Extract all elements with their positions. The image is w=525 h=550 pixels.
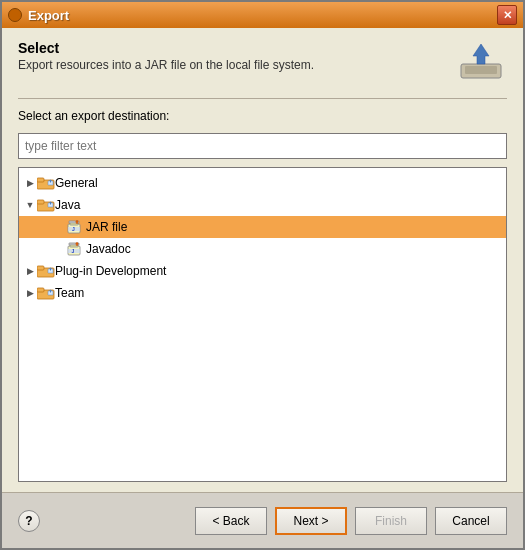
finish-button[interactable]: Finish [355,507,427,535]
title-bar: Export ✕ [2,2,523,28]
tree-item-plugin[interactable]: ▶ Plug-in Development [19,260,506,282]
page-description: Export resources into a JAR file on the … [18,58,314,72]
javadoc-icon: J [65,241,83,257]
help-button[interactable]: ? [18,510,40,532]
main-content: Select Export resources into a JAR file … [2,28,523,492]
tree-item-team[interactable]: ▶ Team [19,282,506,304]
svg-rect-24 [37,266,44,270]
tree-label-jar-file: JAR file [86,220,127,234]
folder-icon-team [37,286,55,300]
expand-team[interactable]: ▶ [23,286,37,300]
tree-label-team: Team [55,286,84,300]
tree-label-java: Java [55,198,80,212]
close-button[interactable]: ✕ [497,5,517,25]
tree-item-javadoc[interactable]: ▶ J Javadoc [19,238,506,260]
folder-icon-java [37,198,55,212]
jar-icon: J [65,219,83,235]
svg-rect-1 [465,66,497,74]
tree-label-javadoc: Javadoc [86,242,131,256]
tree-container[interactable]: ▶ General ▼ Java [18,167,507,482]
filter-input[interactable] [18,133,507,159]
expand-plugin[interactable]: ▶ [23,264,37,278]
tree-item-java[interactable]: ▼ Java [19,194,506,216]
tree-item-jar-file[interactable]: ▶ J JAR file [19,216,506,238]
expand-general[interactable]: ▶ [23,176,37,190]
next-button[interactable]: Next > [275,507,347,535]
svg-rect-28 [37,288,44,292]
svg-marker-2 [473,44,489,64]
tree-item-general[interactable]: ▶ General [19,172,506,194]
folder-icon-plugin [37,264,55,278]
export-icon [455,40,507,84]
cancel-button[interactable]: Cancel [435,507,507,535]
footer: ? < Back Next > Finish Cancel [2,492,523,548]
export-dialog: Export ✕ Select Export resources into a … [0,0,525,550]
header-section: Select Export resources into a JAR file … [18,40,507,84]
svg-text:J: J [72,226,75,232]
svg-text:J: J [72,248,75,254]
svg-rect-8 [37,200,44,204]
tree-label-general: General [55,176,98,190]
expand-java[interactable]: ▼ [23,198,37,212]
svg-rect-4 [37,178,44,182]
back-button[interactable]: < Back [195,507,267,535]
header-text: Select Export resources into a JAR file … [18,40,314,72]
filter-label: Select an export destination: [18,109,507,123]
title-bar-icon [8,8,22,22]
title-bar-title: Export [28,8,69,23]
tree-label-plugin: Plug-in Development [55,264,166,278]
footer-buttons: < Back Next > Finish Cancel [195,507,507,535]
page-title: Select [18,40,314,56]
separator [18,98,507,99]
folder-icon-general [37,176,55,190]
